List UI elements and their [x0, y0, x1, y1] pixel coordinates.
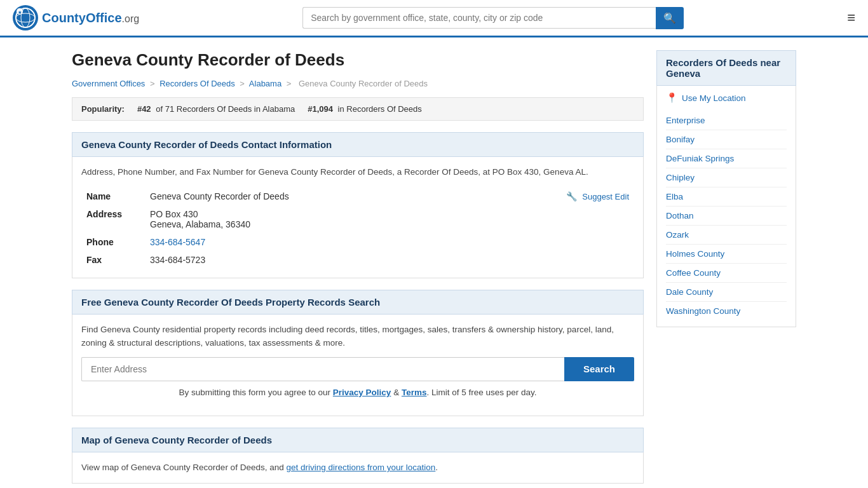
hamburger-icon: ≡ [847, 10, 855, 25]
name-value: Geneva County Recorder of Deeds 🔧 Sugges… [145, 187, 634, 205]
property-section: Find Geneva County residential property … [72, 315, 644, 416]
popularity-rank-local: #42 of 71 Recorders Of Deeds in Alabama [137, 104, 295, 114]
form-disclaimer: By submitting this form you agree to our… [81, 386, 634, 399]
list-item: Enterprise [666, 111, 787, 130]
map-description: View map of Geneva County Recorder of De… [81, 461, 634, 474]
list-item: DeFuniak Springs [666, 149, 787, 168]
main-container: Geneva County Recorder of Deeds Governme… [59, 37, 809, 488]
list-item: Bonifay [666, 130, 787, 149]
sidebar-link-dothan[interactable]: Dothan [666, 207, 787, 225]
breadcrumb: Government Offices > Recorders Of Deeds … [72, 79, 644, 88]
sidebar-content: 📍 Use My Location Enterprise Bonifay DeF… [656, 86, 796, 327]
property-description: Find Geneva County residential property … [81, 323, 634, 349]
table-row: Address PO Box 430 Geneva, Alabama, 3634… [81, 205, 634, 233]
property-search-form: Search [81, 357, 634, 381]
map-section-header: Map of Geneva County Recorder of Deeds [72, 428, 644, 452]
breadcrumb-sep-2: > [240, 79, 245, 88]
sidebar: Recorders Of Deeds near Geneva 📍 Use My … [656, 50, 796, 484]
table-row: Fax 334-684-5723 [81, 251, 634, 269]
header-search: 🔍 [302, 7, 684, 29]
name-label: Name [81, 187, 145, 205]
breadcrumb-link-alabama[interactable]: Alabama [249, 79, 281, 88]
sidebar-link-chipley[interactable]: Chipley [666, 168, 787, 187]
property-search-button[interactable]: Search [564, 357, 634, 381]
sidebar-link-holmes[interactable]: Holmes County [666, 245, 787, 263]
content-area: Geneva County Recorder of Deeds Governme… [72, 50, 644, 484]
list-item: Washington County [666, 302, 787, 320]
site-header: ★ CountyOffice.org 🔍 ≡ [0, 0, 868, 37]
table-row: Phone 334-684-5647 [81, 233, 634, 251]
page-title: Geneva County Recorder of Deeds [72, 50, 644, 70]
contact-description: Address, Phone Number, and Fax Number fo… [81, 166, 634, 179]
breadcrumb-link-recorders[interactable]: Recorders Of Deeds [159, 79, 235, 88]
menu-button[interactable]: ≡ [847, 10, 855, 26]
use-my-location-link[interactable]: 📍 Use My Location [666, 92, 787, 104]
header-right: ≡ [847, 10, 855, 26]
contact-section-header: Geneva County Recorder of Deeds Contact … [72, 132, 644, 157]
list-item: Holmes County [666, 245, 787, 264]
popularity-bar: Popularity: #42 of 71 Recorders Of Deeds… [72, 97, 644, 121]
table-row: Name Geneva County Recorder of Deeds 🔧 S… [81, 187, 634, 205]
address-input[interactable] [81, 357, 564, 381]
property-section-header: Free Geneva County Recorder Of Deeds Pro… [72, 290, 644, 315]
privacy-policy-link[interactable]: Privacy Policy [333, 388, 391, 397]
sidebar-link-ozark[interactable]: Ozark [666, 226, 787, 244]
breadcrumb-sep-3: > [287, 79, 292, 88]
list-item: Dale County [666, 283, 787, 302]
fax-label: Fax [81, 251, 145, 269]
sidebar-links-list: Enterprise Bonifay DeFuniak Springs Chip… [666, 111, 787, 320]
sidebar-link-bonifay[interactable]: Bonifay [666, 130, 787, 149]
sidebar-header: Recorders Of Deeds near Geneva [656, 50, 796, 86]
logo-text: CountyOffice.org [42, 11, 139, 25]
driving-directions-link[interactable]: get driving directions from your locatio… [286, 463, 435, 472]
fax-value: 334-684-5723 [145, 251, 634, 269]
address-label: Address [81, 205, 145, 233]
location-pin-icon: 📍 [666, 92, 678, 104]
logo-icon: ★ [13, 5, 38, 30]
phone-label: Phone [81, 233, 145, 251]
map-section: View map of Geneva County Recorder of De… [72, 452, 644, 484]
popularity-label: Popularity: [81, 104, 125, 114]
wrench-icon: 🔧 [566, 191, 577, 201]
svg-text:★: ★ [18, 10, 22, 15]
sidebar-link-enterprise[interactable]: Enterprise [666, 111, 787, 130]
contact-table: Name Geneva County Recorder of Deeds 🔧 S… [81, 187, 634, 269]
address-value: PO Box 430 Geneva, Alabama, 36340 [145, 205, 634, 233]
list-item: Coffee County [666, 264, 787, 283]
suggest-edit-button[interactable]: 🔧 Suggest Edit [566, 191, 629, 201]
phone-value: 334-684-5647 [145, 233, 634, 251]
list-item: Ozark [666, 226, 787, 245]
search-icon: 🔍 [663, 13, 676, 24]
list-item: Dothan [666, 207, 787, 226]
popularity-rank-national: #1,094 in Recorders Of Deeds [308, 104, 422, 114]
sidebar-link-coffee[interactable]: Coffee County [666, 264, 787, 282]
breadcrumb-link-gov[interactable]: Government Offices [72, 79, 145, 88]
terms-link[interactable]: Terms [402, 388, 427, 397]
logo: ★ CountyOffice.org [13, 5, 139, 30]
contact-section: Address, Phone Number, and Fax Number fo… [72, 157, 644, 278]
breadcrumb-sep-1: > [150, 79, 155, 88]
list-item: Chipley [666, 168, 787, 187]
header-search-button[interactable]: 🔍 [656, 7, 684, 29]
phone-link[interactable]: 334-684-5647 [150, 237, 205, 247]
sidebar-link-defuniak[interactable]: DeFuniak Springs [666, 149, 787, 168]
list-item: Elba [666, 187, 787, 207]
header-search-input[interactable] [302, 7, 656, 29]
sidebar-link-washington[interactable]: Washington County [666, 302, 787, 320]
sidebar-link-dale[interactable]: Dale County [666, 283, 787, 301]
sidebar-link-elba[interactable]: Elba [666, 187, 787, 206]
breadcrumb-current: Geneva County Recorder of Deeds [299, 79, 428, 88]
